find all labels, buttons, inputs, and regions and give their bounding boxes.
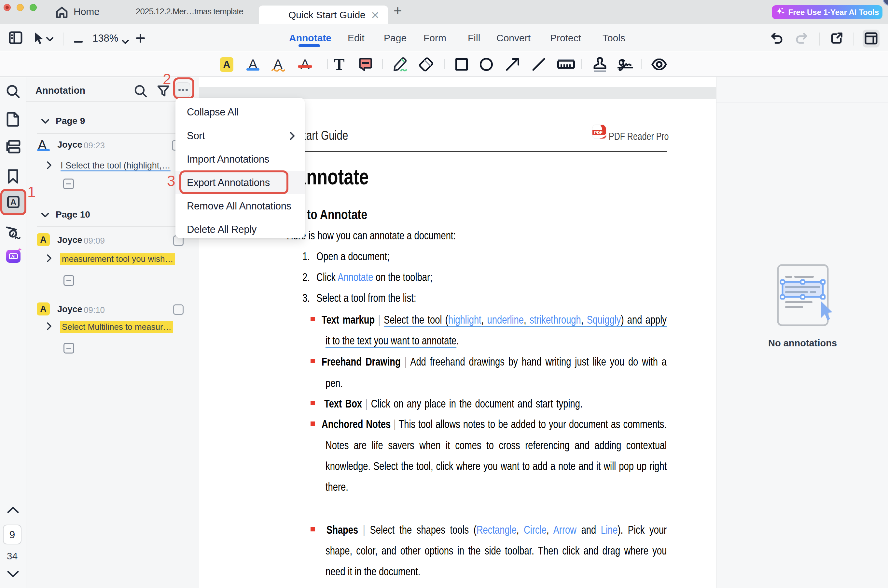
svg-text:PDF: PDF (594, 130, 602, 135)
